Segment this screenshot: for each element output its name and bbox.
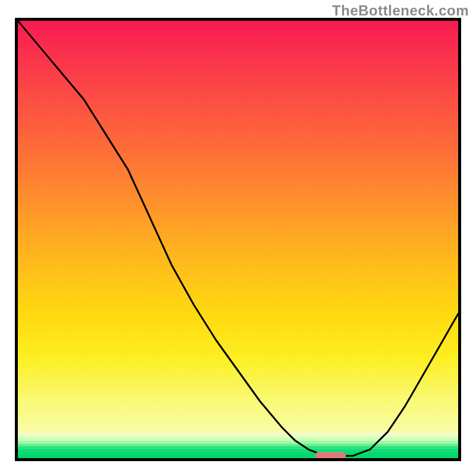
curve-layer [18, 21, 458, 458]
bottleneck-curve [18, 21, 458, 456]
plot-frame [15, 18, 461, 461]
chart-stage: TheBottleneck.com [0, 0, 476, 476]
watermark-text: TheBottleneck.com [332, 2, 469, 19]
optimal-marker [315, 452, 346, 458]
